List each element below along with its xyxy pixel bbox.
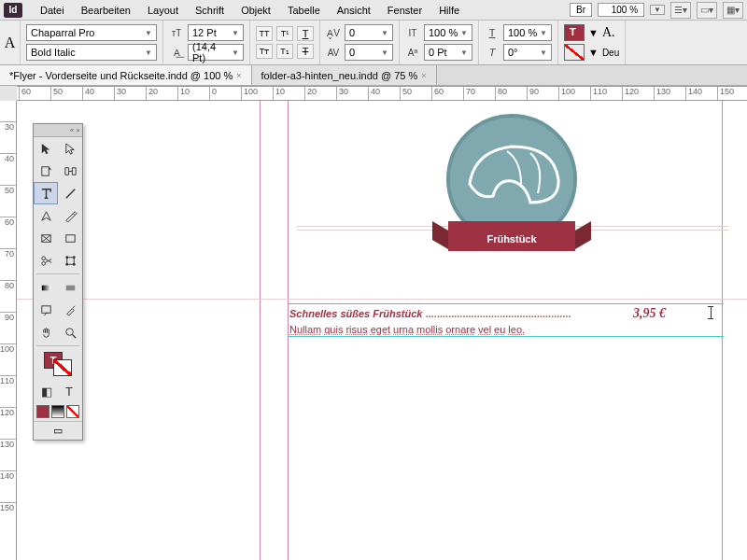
menu-tabelle[interactable]: Tabelle [279,2,329,19]
eyedropper-tool[interactable] [58,299,82,321]
menu-item-price[interactable]: 3,95 € [633,306,666,321]
font-style-field[interactable]: Bold Italic▼ [26,44,157,61]
text-cursor [711,306,712,319]
underline-button[interactable]: T [297,26,314,41]
fill-dropdown[interactable]: ▼ [588,27,599,38]
kerning-field[interactable]: 0▼ [345,24,393,41]
text-frame-edge[interactable] [288,303,724,304]
stroke-swatch[interactable] [564,44,585,61]
apply-none[interactable] [66,405,79,418]
document-tab-bar: *Flyer - Vorderseite und Rückseite.indd … [0,65,747,86]
gradient-feather-tool[interactable] [58,276,82,299]
superscript-button[interactable]: T¹ [276,26,293,41]
horizontal-ruler[interactable]: 6050403020100100102030405060708090100110… [17,86,747,101]
type-tool[interactable] [34,182,58,204]
rectangle-tool[interactable] [58,227,82,249]
panel-header[interactable]: « × [34,124,82,137]
menu-bearbeiten[interactable]: Bearbeiten [73,2,139,19]
menu-layout[interactable]: Layout [139,2,187,19]
svg-point-9 [41,261,45,265]
small-caps-button[interactable]: Tᴛ [256,44,273,59]
vertical-ruler[interactable]: 30405060708090100110120130140150 [0,101,17,560]
indesign-logo: Id [4,3,22,18]
tools-panel[interactable]: « × T ◧ T ▭ [33,123,83,441]
language-field[interactable]: Deu [602,48,619,58]
vertical-scale-field[interactable]: 100 %▼ [424,24,472,41]
document-tab-1[interactable]: *Flyer - Vorderseite und Rückseite.indd … [0,65,252,85]
scissors-tool[interactable] [34,249,58,272]
close-icon[interactable]: × [236,71,241,80]
leading-field[interactable]: (14,4 Pt)▼ [188,44,244,61]
document-canvas[interactable]: Frühstück Schnelles süßes Frühstück ....… [17,101,747,560]
svg-line-4 [65,189,74,197]
svg-line-20 [72,334,76,338]
stroke-dropdown[interactable]: ▼ [588,47,599,58]
menu-objekt[interactable]: Objekt [233,2,279,19]
skew-field[interactable]: 0°▼ [503,44,552,61]
pencil-tool[interactable] [58,204,82,227]
all-caps-button[interactable]: TT [256,26,273,41]
note-tool[interactable] [34,299,58,321]
character-style-icon[interactable]: A. [602,25,615,40]
free-transform-tool[interactable] [58,249,82,272]
strikethrough-button[interactable]: T [297,44,314,59]
pen-tool[interactable] [34,204,58,227]
menu-datei[interactable]: Datei [32,2,73,19]
baseline-shift-icon: Aª [405,45,420,60]
skew-icon: T [485,45,500,60]
menu-item-description[interactable]: Nullam quis risus eget urna mollis ornar… [289,323,525,337]
menu-schrift[interactable]: Schrift [187,2,233,19]
svg-point-10 [41,256,45,259]
svg-rect-16 [41,285,49,290]
font-family-field[interactable]: Chaparral Pro▼ [26,24,157,41]
guide-page-edge[interactable] [260,101,261,560]
leading-icon: A͟ [169,45,184,60]
formatting-text-icon[interactable]: T [59,383,79,399]
document-tab-2[interactable]: folder-a3-hinten_neu.indd @ 75 %× [252,65,437,85]
svg-rect-8 [65,234,74,242]
direct-selection-tool[interactable] [58,137,82,160]
selection-tool[interactable] [34,137,58,160]
screen-mode-icon[interactable]: ▭▾ [697,2,717,19]
fill-swatch[interactable] [564,24,585,41]
apply-gradient[interactable] [51,405,64,418]
menu-hilfe[interactable]: Hilfe [430,2,468,19]
horizontal-scale-field[interactable]: 100 %▼ [503,24,552,41]
line-tool[interactable] [58,182,82,204]
page-tool[interactable] [34,160,58,182]
zoom-dropdown[interactable]: ▼ [650,5,665,15]
font-size-icon: тT [169,25,184,40]
zoom-tool[interactable] [58,321,82,343]
close-icon[interactable]: × [421,71,426,80]
formatting-container-icon[interactable]: ◧ [36,383,57,399]
guide-baseline[interactable] [17,299,747,300]
menu-item-title[interactable]: Schnelles süßes Frühstück ..............… [289,306,571,321]
svg-point-13 [72,256,75,259]
horizontal-scale-icon: T [485,25,500,40]
view-mode-toggle[interactable]: ▭ [34,421,82,440]
zoom-level[interactable]: 100 % [598,3,644,17]
gap-tool[interactable] [58,160,82,182]
hand-tool[interactable] [34,321,58,343]
tracking-field[interactable]: 0▼ [345,44,393,61]
baseline-shift-field[interactable]: 0 Pt▼ [424,44,472,61]
gradient-swatch-tool[interactable] [34,276,58,299]
rectangle-frame-tool[interactable] [34,227,58,249]
subscript-button[interactable]: T₁ [276,44,293,59]
guide-margin-right[interactable] [722,101,723,560]
svg-point-19 [65,328,73,335]
stroke-color-swatch[interactable] [53,359,72,376]
character-mode-icon[interactable]: A [0,21,21,64]
svg-point-12 [65,256,68,259]
menu-fenster[interactable]: Fenster [379,2,430,19]
font-size-field[interactable]: 12 Pt▼ [188,24,244,41]
tab-leader: ........................................… [426,308,571,319]
guide-margin-left[interactable] [288,101,289,560]
apply-color[interactable] [36,405,49,418]
svg-rect-18 [41,305,49,313]
svg-point-14 [65,262,68,265]
menu-ansicht[interactable]: Ansicht [329,2,379,19]
view-options-icon[interactable]: ☰▾ [670,2,691,19]
arrange-docs-icon[interactable]: ▦▾ [723,2,743,19]
bridge-button[interactable]: Br [570,3,592,17]
